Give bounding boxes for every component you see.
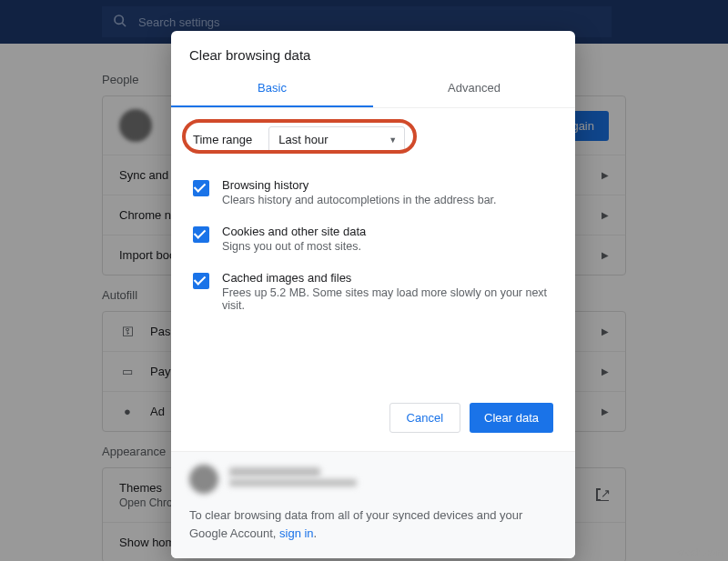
time-range-value: Last hour bbox=[278, 133, 328, 146]
checkbox-cached[interactable] bbox=[193, 273, 209, 289]
blurred-name bbox=[229, 467, 320, 476]
clear-browsing-data-dialog: Clear browsing data Basic Advanced Time … bbox=[171, 31, 575, 558]
blurred-email bbox=[229, 479, 357, 486]
watermark: wsxdn.com bbox=[677, 547, 723, 557]
footer-message: To clear browsing data from all of your … bbox=[189, 506, 557, 542]
tab-advanced[interactable]: Advanced bbox=[373, 72, 575, 107]
caret-down-icon: ▼ bbox=[389, 135, 397, 145]
checkbox-browsing-history[interactable] bbox=[193, 180, 209, 196]
cancel-button[interactable]: Cancel bbox=[389, 403, 460, 433]
option-title: Browsing history bbox=[222, 178, 497, 192]
dialog-title: Clear browsing data bbox=[171, 31, 575, 72]
option-title: Cookies and other site data bbox=[222, 225, 366, 238]
footer-avatar bbox=[189, 465, 218, 494]
clear-data-button[interactable]: Clear data bbox=[470, 403, 553, 433]
option-desc: Frees up 5.2 MB. Some sites may load mor… bbox=[222, 286, 553, 312]
option-cookies: Cookies and other site data Signs you ou… bbox=[189, 215, 557, 262]
option-desc: Signs you out of most sites. bbox=[222, 240, 366, 253]
sign-in-link[interactable]: sign in bbox=[279, 526, 314, 540]
tab-basic[interactable]: Basic bbox=[171, 72, 373, 107]
option-cached: Cached images and files Frees up 5.2 MB.… bbox=[189, 262, 557, 321]
option-desc: Clears history and autocompletions in th… bbox=[222, 194, 497, 206]
checkbox-cookies[interactable] bbox=[193, 226, 209, 243]
time-range-label: Time range bbox=[193, 133, 252, 146]
option-browsing-history: Browsing history Clears history and auto… bbox=[189, 169, 557, 215]
time-range-dropdown[interactable]: Last hour ▼ bbox=[268, 126, 405, 153]
option-title: Cached images and files bbox=[222, 271, 553, 285]
